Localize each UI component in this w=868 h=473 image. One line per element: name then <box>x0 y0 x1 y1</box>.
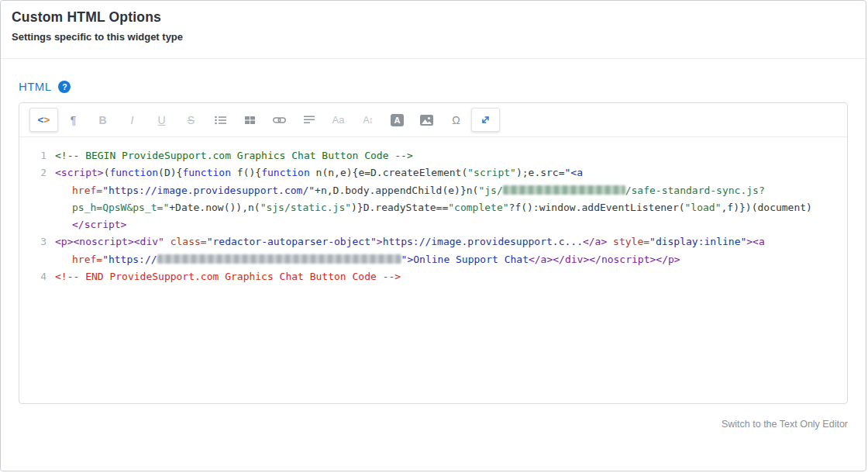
text-color-button[interactable]: A <box>383 108 412 132</box>
line-number: 1 <box>19 147 55 164</box>
table-icon <box>245 116 255 125</box>
code-row: </script> <box>19 216 847 233</box>
code-token: f(){ <box>231 167 261 178</box>
help-icon[interactable]: ? <box>58 81 71 93</box>
strikethrough-button[interactable]: S <box>177 108 205 132</box>
code-token: https://image.providesupport.c... <box>383 236 583 247</box>
line-number: 3 <box>19 233 55 250</box>
table-button[interactable] <box>236 108 264 132</box>
code-area[interactable]: 1<!-- BEGIN ProvideSupport.com Graphics … <box>19 137 847 395</box>
image-icon <box>420 115 433 126</box>
font-family-icon: Aa <box>332 114 345 126</box>
line-number <box>19 199 55 216</box>
unordered-list-button[interactable] <box>206 108 235 132</box>
code-token: );e.src= <box>516 167 565 178</box>
code-line-content: ps_h=QpsW&ps_t="+Date.now()),n("sjs/stat… <box>55 199 847 216</box>
code-token: function <box>261 167 310 178</box>
italic-icon: I <box>131 114 134 126</box>
underline-button[interactable]: U <box>147 108 176 132</box>
code-token: class= <box>164 236 207 247</box>
text-color-icon: A <box>391 114 404 126</box>
code-line-content: </script> <box>55 216 847 233</box>
editor-footer: Switch to the Text Only Editor <box>19 416 848 430</box>
alignment-button[interactable] <box>294 108 323 132</box>
code-token: /safe-standard-sync.js? <box>625 185 765 196</box>
code-token: </a></div></noscript></p> <box>529 254 680 265</box>
code-token: +Date.now()),n( <box>169 202 260 213</box>
custom-html-options-panel: Custom HTML Options Settings specific to… <box>0 0 866 471</box>
code-token: > <box>377 236 383 247</box>
code-row: href="https://">Online Support Chat</a><… <box>19 251 847 268</box>
code-line-content: <script>(function(D){function f(){functi… <box>55 164 847 181</box>
line-number: 2 <box>19 164 55 181</box>
redacted-blur <box>157 254 401 264</box>
code-token: "sjs/static.js" <box>260 202 351 213</box>
code-row: ps_h=QpsW&ps_t="+Date.now()),n("sjs/stat… <box>19 199 847 216</box>
switch-editor-link[interactable]: Switch to the Text Only Editor <box>722 419 848 430</box>
code-token: "script" <box>467 167 516 178</box>
html-code-icon: <> <box>38 114 50 126</box>
line-number <box>19 251 55 268</box>
code-token: function <box>182 167 231 178</box>
code-token: <!-- END ProvideSupport.com Graphics Cha… <box>55 271 401 282</box>
html-code-button[interactable]: <> <box>29 108 58 132</box>
code-token: href= <box>72 254 102 265</box>
code-token: )}D.readyState== <box>351 202 448 213</box>
code-token: "complete" <box>448 202 508 213</box>
code-token: "js/ <box>478 185 502 196</box>
strikethrough-icon: S <box>188 114 195 126</box>
special-characters-icon: Ω <box>452 114 460 126</box>
code-row: 2<script>(function(D){function f(){funct… <box>19 164 847 181</box>
code-token: style= <box>607 236 649 247</box>
code-token: ps_h=QpsW&ps_t=" <box>72 202 169 213</box>
font-family-button[interactable]: Aa <box>324 108 353 132</box>
editor-toolbar: <>¶BIUSAaA↕AΩ <box>19 103 847 137</box>
code-token: </a> <box>583 236 607 247</box>
code-line-content: <!-- BEGIN ProvideSupport.com Graphics C… <box>55 147 847 164</box>
bold-button[interactable]: B <box>88 108 117 132</box>
code-line-content: href="https://image.providesupport.com/"… <box>55 182 847 199</box>
code-row: 3<p><noscript><div" class="redactor-auto… <box>19 233 847 250</box>
code-token: "https://image.providesupport.com/" <box>102 185 315 196</box>
bold-icon: B <box>98 114 106 126</box>
page-subtitle: Settings specific to this widget type <box>12 31 855 43</box>
image-button[interactable] <box>412 108 441 132</box>
settings-body: HTML ? <>¶BIUSAaA↕AΩ 1<!-- BEGIN Provide… <box>1 80 866 430</box>
html-editor: <>¶BIUSAaA↕AΩ 1<!-- BEGIN ProvideSupport… <box>19 102 848 404</box>
code-token: +n,D.body.appendChild(e)}n( <box>315 185 478 196</box>
code-token: "load" <box>685 202 722 213</box>
line-number <box>19 182 55 199</box>
code-row: href="https://image.providesupport.com/"… <box>19 182 847 199</box>
paragraph-format-button[interactable]: ¶ <box>59 108 88 132</box>
page-title: Custom HTML Options <box>12 9 855 26</box>
code-token: "redactor-autoparser-object" <box>207 236 377 247</box>
code-line-content: href="https://">Online Support Chat</a><… <box>55 251 847 268</box>
code-token: </script> <box>72 219 126 230</box>
fullscreen-button[interactable] <box>471 108 500 132</box>
code-row: 1<!-- BEGIN ProvideSupport.com Graphics … <box>19 147 847 164</box>
code-token: ,f)})(document) <box>722 202 812 213</box>
html-field-label: HTML <box>19 80 51 93</box>
unordered-list-icon <box>215 116 226 125</box>
code-token: "> <box>401 254 414 265</box>
code-token: href= <box>72 185 102 196</box>
alignment-icon <box>304 116 315 124</box>
redacted-blur <box>503 185 625 195</box>
code-row: 4<!-- END ProvideSupport.com Graphics Ch… <box>19 268 847 285</box>
code-token: Online Support Chat <box>413 254 529 265</box>
code-line-content: <p><noscript><div" class="redactor-autop… <box>55 233 847 250</box>
link-button[interactable] <box>265 108 294 132</box>
code-token: ><a <box>746 236 764 247</box>
code-token: n(n,e){e=D.createElement( <box>310 167 468 178</box>
line-number <box>19 216 55 233</box>
code-token: "<a <box>565 167 583 178</box>
fullscreen-icon <box>480 115 491 125</box>
code-token: <script> <box>55 167 104 178</box>
code-token: "display:inline" <box>649 236 746 247</box>
line-height-button[interactable]: A↕ <box>353 108 382 132</box>
italic-button[interactable]: I <box>118 108 146 132</box>
underline-icon: U <box>157 114 165 126</box>
code-token: <p><noscript><div" <box>55 236 164 247</box>
code-token: (D){ <box>158 167 182 178</box>
special-characters-button[interactable]: Ω <box>442 108 470 132</box>
